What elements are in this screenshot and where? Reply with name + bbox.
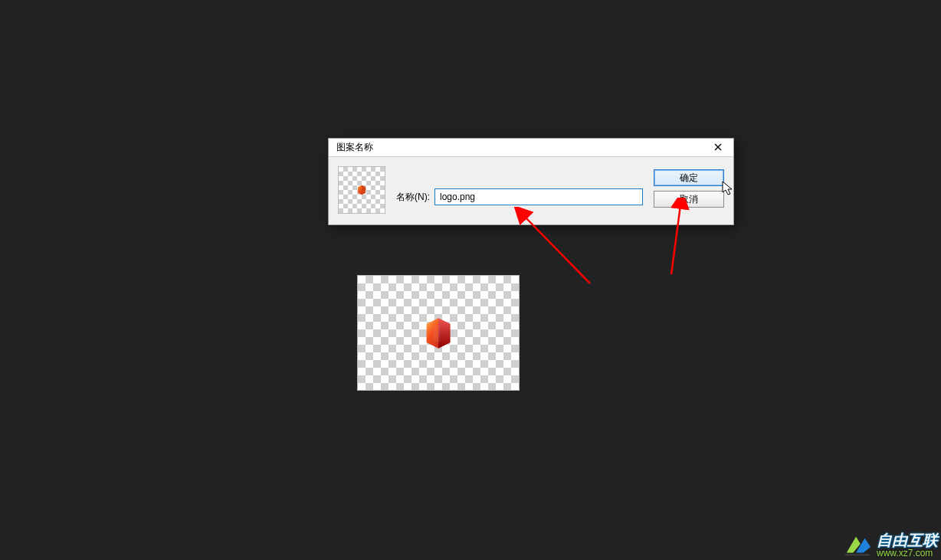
pattern-name-dialog: 图案名称 [328, 138, 734, 225]
pattern-name-input[interactable] [434, 188, 643, 205]
watermark-line1: 自由互联 [877, 532, 938, 549]
dialog-buttons: 确定 取消 [654, 166, 724, 214]
close-button[interactable] [707, 140, 729, 156]
close-icon [714, 142, 722, 153]
watermark: 自由互联 www.xz7.com [843, 531, 938, 560]
svg-line-0 [524, 216, 590, 283]
pattern-preview-thumb [338, 166, 385, 214]
dialog-titlebar[interactable]: 图案名称 [329, 139, 733, 157]
office-logo-icon [421, 316, 455, 350]
dialog-body: 名称(N): 确定 取消 [329, 157, 733, 224]
cancel-button[interactable]: 取消 [654, 191, 724, 208]
watermark-line2: www.xz7.com [877, 549, 938, 558]
office-logo-icon [356, 185, 367, 195]
name-row: 名称(N): [396, 166, 643, 214]
watermark-text: 自由互联 www.xz7.com [877, 532, 938, 558]
watermark-logo-icon [843, 531, 872, 560]
name-label: 名称(N): [396, 191, 430, 204]
ok-button[interactable]: 确定 [654, 169, 724, 186]
dialog-title: 图案名称 [336, 141, 707, 154]
canvas-preview[interactable] [357, 275, 520, 391]
